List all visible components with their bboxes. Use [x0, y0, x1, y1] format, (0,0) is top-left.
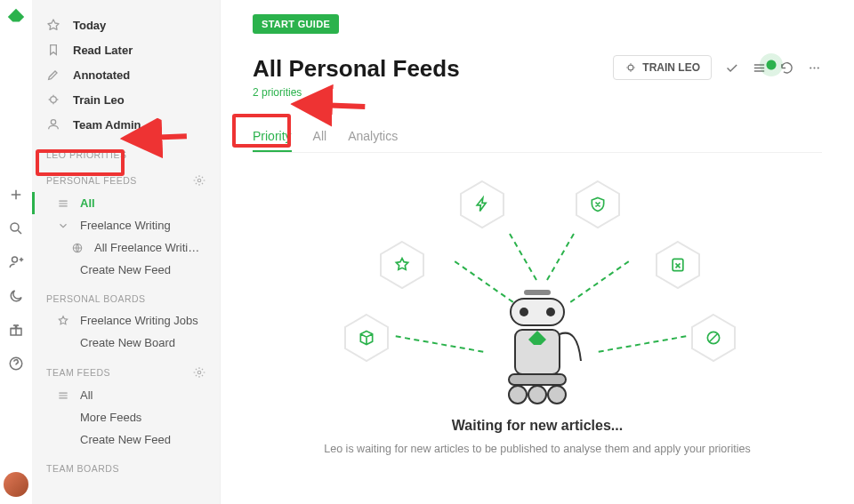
- pen-icon: [46, 68, 60, 82]
- gear-icon[interactable]: [193, 174, 205, 187]
- tree-label: Create New Feed: [80, 263, 171, 276]
- help-icon[interactable]: [8, 356, 24, 372]
- section-personal-boards[interactable]: PERSONAL BOARDS: [32, 281, 220, 309]
- nav-label: Annotated: [73, 68, 130, 82]
- shield-icon: [589, 196, 607, 213]
- svg-point-0: [11, 223, 19, 231]
- tabs: Priority All Analytics: [253, 122, 822, 153]
- document-x-icon: [669, 256, 687, 274]
- sidebar-item-create-team-feed[interactable]: Create New Feed: [32, 428, 220, 451]
- empty-state: Waiting for new articles... Leo is waiti…: [253, 174, 822, 455]
- pulse-indicator: [760, 53, 783, 76]
- nav-label: Team Admin: [73, 118, 141, 132]
- sidebar-item-all[interactable]: All: [32, 192, 220, 214]
- sidebar-item-team-all[interactable]: All: [32, 384, 220, 406]
- gift-icon[interactable]: [8, 322, 24, 338]
- globe-icon: [71, 242, 84, 254]
- moon-icon[interactable]: [8, 288, 24, 304]
- hex-doc: [653, 240, 703, 290]
- svg-point-8: [197, 371, 201, 374]
- tab-priority[interactable]: Priority: [253, 122, 292, 152]
- sidebar-item-fw-jobs[interactable]: Freelance Writing Jobs: [32, 309, 220, 332]
- svg-point-11: [813, 67, 815, 68]
- bookmark-icon: [46, 43, 60, 57]
- svg-point-10: [810, 67, 811, 68]
- add-person-icon[interactable]: [8, 254, 24, 270]
- tree-label: More Feeds: [80, 411, 141, 424]
- header-actions: TRAIN LEO: [613, 55, 822, 80]
- gear-icon[interactable]: [193, 366, 205, 379]
- cube-icon: [358, 329, 375, 347]
- more-icon[interactable]: [807, 60, 822, 76]
- section-label: TEAM BOARDS: [46, 463, 119, 474]
- hex-star: [377, 240, 427, 290]
- avatar[interactable]: [4, 472, 28, 497]
- tree-label: Create New Feed: [80, 433, 171, 446]
- svg-point-29: [548, 386, 566, 404]
- tree-label: All: [80, 196, 95, 210]
- page-title: All Personal Feeds: [253, 55, 460, 83]
- plus-icon[interactable]: [8, 187, 24, 203]
- start-guide-button[interactable]: START GUIDE: [253, 14, 339, 34]
- app-logo: [6, 7, 26, 27]
- list-icon: [57, 197, 69, 210]
- leo-icon: [624, 61, 637, 74]
- train-leo-button[interactable]: TRAIN LEO: [613, 55, 712, 80]
- tree-label: All: [80, 388, 93, 402]
- section-label: PERSONAL BOARDS: [46, 293, 146, 304]
- checkmark-icon[interactable]: [724, 60, 739, 76]
- tab-analytics[interactable]: Analytics: [348, 122, 398, 152]
- main-content: START GUIDE All Personal Feeds 2 priorit…: [221, 0, 854, 504]
- section-team-feeds[interactable]: TEAM FEEDS: [32, 354, 220, 384]
- chevron-down-icon: [57, 220, 69, 232]
- nav-train-leo[interactable]: Train Leo: [32, 87, 220, 112]
- sidebar-item-all-freelance[interactable]: All Freelance Writi…: [32, 236, 220, 259]
- hex-shield: [573, 180, 623, 229]
- sidebar-item-freelance[interactable]: Freelance Writing: [32, 214, 220, 236]
- sidebar-item-create-feed[interactable]: Create New Feed: [32, 259, 220, 281]
- calendar-icon: [46, 18, 60, 32]
- svg-point-12: [818, 67, 819, 68]
- svg-point-6: [197, 179, 201, 182]
- nav-today[interactable]: Today: [32, 12, 220, 37]
- leo-icon: [46, 92, 60, 107]
- svg-point-4: [51, 97, 57, 103]
- empty-subtitle: Leo is waiting for new articles to be pu…: [253, 443, 822, 455]
- sidebar-item-more-feeds[interactable]: More Feeds: [32, 406, 220, 428]
- sidebar: Today Read Later Annotated Train Leo Tea…: [32, 0, 221, 504]
- tree-label: Freelance Writing: [80, 219, 171, 232]
- section-personal-feeds[interactable]: PERSONAL FEEDS: [32, 165, 220, 192]
- section-label: TEAM FEEDS: [46, 367, 110, 378]
- tree-label: Create New Board: [80, 336, 175, 349]
- list-icon: [57, 389, 69, 402]
- page-subtitle[interactable]: 2 priorities: [253, 86, 460, 99]
- empty-title: Waiting for new articles...: [253, 418, 822, 434]
- nav-team-admin[interactable]: Team Admin: [32, 112, 220, 137]
- nav-annotated[interactable]: Annotated: [32, 62, 220, 87]
- nav-label: Today: [73, 19, 106, 32]
- tree-label: Freelance Writing Jobs: [80, 314, 198, 327]
- svg-point-27: [509, 386, 527, 404]
- section-label: PERSONAL FEEDS: [46, 175, 137, 186]
- block-icon: [705, 329, 722, 347]
- tab-all[interactable]: All: [313, 122, 327, 152]
- svg-point-9: [628, 65, 633, 70]
- section-team-boards[interactable]: TEAM BOARDS: [32, 451, 220, 479]
- svg-point-5: [51, 120, 55, 124]
- hex-cube: [342, 313, 391, 363]
- sidebar-item-create-board[interactable]: Create New Board: [32, 332, 220, 354]
- svg-point-28: [528, 386, 546, 404]
- search-icon[interactable]: [8, 220, 24, 236]
- button-label: TRAIN LEO: [642, 61, 700, 74]
- svg-point-22: [520, 308, 528, 316]
- section-leo-priorities[interactable]: LEO PRIORITIES: [32, 137, 220, 165]
- star-icon: [393, 256, 411, 274]
- bolt-icon: [473, 196, 491, 213]
- svg-point-1: [12, 257, 18, 262]
- tree-label: All Freelance Writi…: [94, 241, 199, 254]
- nav-read-later[interactable]: Read Later: [32, 37, 220, 62]
- hex-block: [689, 313, 738, 363]
- svg-point-23: [546, 308, 555, 316]
- svg-rect-21: [511, 299, 564, 325]
- nav-label: Read Later: [73, 44, 133, 57]
